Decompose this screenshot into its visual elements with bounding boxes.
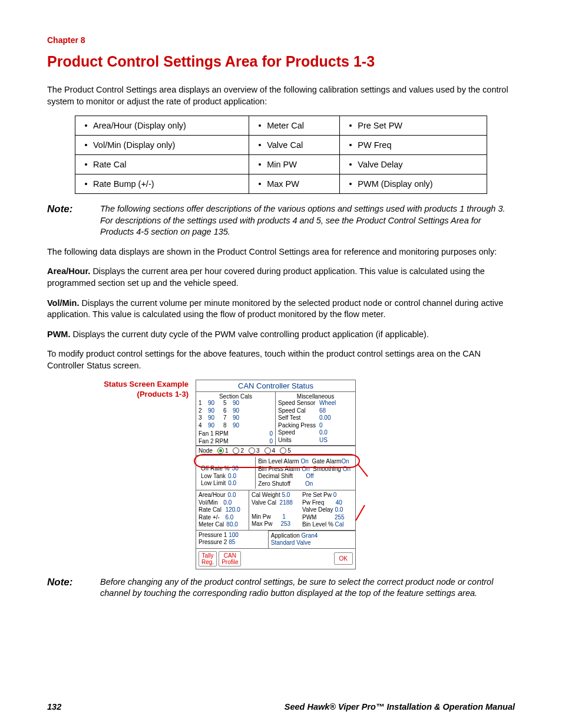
bullet-icon bbox=[85, 144, 87, 146]
kv-k: Pre Set Pw bbox=[302, 492, 332, 498]
node-radio-1[interactable]: 1 bbox=[217, 447, 229, 454]
caption-line-1: Status Screen Example bbox=[104, 380, 189, 388]
misc-v: 68 bbox=[319, 407, 353, 415]
can-profile-button[interactable]: CAN Profile bbox=[219, 551, 241, 566]
chapter-label: Chapter 8 bbox=[47, 35, 515, 45]
valve-label: Standard Valve bbox=[271, 539, 353, 547]
cell: Rate Cal bbox=[93, 160, 126, 169]
bullet-icon bbox=[85, 183, 87, 185]
tally-reg-button[interactable]: Tally Reg. bbox=[199, 551, 217, 566]
cell: Valve Delay bbox=[358, 160, 402, 169]
red-callout-line bbox=[355, 505, 365, 521]
node-radio-4[interactable]: 4 bbox=[265, 447, 276, 454]
cell: Rate Bump (+/-) bbox=[93, 179, 154, 189]
sec-n: 5 bbox=[223, 400, 230, 407]
kv-k: Bin Press Alarm bbox=[258, 466, 300, 472]
sec-n: 8 bbox=[223, 422, 230, 430]
sec-n: 2 bbox=[199, 407, 206, 415]
kv-v: 0.0 bbox=[335, 506, 343, 513]
definition-area-hour: Area/Hour. Displays the current area per… bbox=[47, 266, 515, 289]
kv-v: On bbox=[305, 480, 313, 487]
sec-n: 7 bbox=[223, 414, 230, 422]
kv-v: 255 bbox=[335, 514, 345, 521]
kv-k: Vol/Min bbox=[199, 499, 218, 507]
kv-v: 0.0 bbox=[228, 492, 236, 499]
sec-n: 6 bbox=[223, 407, 230, 415]
bottom-block: Area/Hour 0.0 Vol/Min 0.0 Rate Cal 120.0… bbox=[196, 490, 355, 531]
kv-k: Area/Hour bbox=[199, 492, 226, 499]
node-radio-2[interactable]: 2 bbox=[233, 447, 244, 454]
cell: Min PW bbox=[267, 160, 297, 169]
misc-k: Speed bbox=[278, 429, 319, 437]
bullet-icon bbox=[85, 124, 87, 127]
misc-k: Self Test bbox=[278, 414, 319, 422]
kv-v: 0.0 bbox=[228, 473, 236, 480]
kv-k: Bin Level Alarm bbox=[258, 458, 299, 465]
misc-k: Speed Cal bbox=[278, 407, 319, 415]
bullet-icon bbox=[259, 144, 261, 146]
fan1-label: Fan 1 RPM bbox=[199, 430, 229, 438]
misc-k: Speed Sensor bbox=[278, 400, 319, 407]
sec-v: 90 bbox=[233, 422, 246, 430]
kv-v: 6.0 bbox=[225, 514, 233, 522]
definition-pwm: PWM. Displays the current duty cycle of … bbox=[47, 329, 515, 341]
node-label: Node bbox=[199, 447, 213, 454]
kv-v: 100 bbox=[229, 532, 239, 538]
paragraph: The following data displays are shown in… bbox=[47, 246, 515, 258]
def-text: Displays the current area per hour cover… bbox=[47, 266, 485, 288]
kv-v: 85 bbox=[229, 539, 235, 545]
ok-button[interactable]: OK bbox=[334, 552, 353, 565]
cell: Area/Hour (Display only) bbox=[93, 121, 186, 130]
intro-paragraph: The Product Control Settings area displa… bbox=[47, 84, 515, 107]
kv-v: 253 bbox=[280, 521, 290, 527]
node-radio-3[interactable]: 3 bbox=[249, 447, 260, 454]
kv-k: Low Limit bbox=[201, 480, 226, 487]
cell: Max PW bbox=[267, 179, 299, 189]
cell: PW Freq bbox=[358, 140, 391, 150]
note-label: Note: bbox=[47, 203, 100, 238]
misc-k: Units bbox=[278, 437, 319, 444]
kv-v: 120.0 bbox=[226, 506, 240, 514]
cell: PWM (Display only) bbox=[358, 179, 432, 189]
kv-v: 1 bbox=[282, 513, 286, 520]
kv-k: Meter Cal bbox=[199, 521, 224, 529]
misc-v: US bbox=[319, 437, 353, 444]
cell: Valve Cal bbox=[267, 140, 303, 150]
red-callout-line bbox=[358, 465, 368, 477]
section-cals-grid: 190590 290690 390790 490890 bbox=[199, 400, 273, 429]
footer-title: Seed Hawk® Viper Pro™ Installation & Ope… bbox=[285, 702, 515, 711]
misc-header: Miscellaneous bbox=[276, 392, 355, 400]
screenshot-caption: Status Screen Example (Products 1-3) bbox=[47, 380, 196, 400]
kv-k: Pw Freq bbox=[302, 499, 324, 506]
definition-vol-min: Vol/Min. Displays the current volume per… bbox=[47, 298, 515, 321]
kv-v: Cal bbox=[335, 521, 344, 528]
kv-v: On bbox=[343, 466, 351, 472]
kv-k: Rate +/- bbox=[199, 514, 220, 522]
kv-k: Pressure 2 bbox=[199, 539, 227, 545]
bullet-icon bbox=[349, 183, 352, 185]
sec-n: 4 bbox=[199, 422, 206, 430]
sec-n: 1 bbox=[199, 400, 206, 407]
misc-v: Wheel bbox=[319, 400, 353, 407]
bullet-icon bbox=[259, 163, 261, 166]
kv-k: Rate Cal bbox=[199, 506, 222, 514]
fan1-value: 0 bbox=[269, 430, 273, 438]
def-text: Displays the current duty cycle of the P… bbox=[73, 330, 429, 339]
sec-v: 90 bbox=[208, 407, 221, 415]
sec-v: 90 bbox=[208, 414, 221, 422]
sec-v: 90 bbox=[208, 422, 221, 430]
kv-v: On bbox=[341, 458, 349, 465]
kv-v: 80.0 bbox=[226, 521, 237, 529]
settings-table: Area/Hour (Display only) Meter Cal Pre S… bbox=[75, 116, 487, 194]
mid-right-block: Bin Level Alarm On Gate AlarmOn Bin Pres… bbox=[255, 457, 353, 489]
kv-k: Smoothing bbox=[313, 466, 341, 472]
kv-k: Valve Cal bbox=[252, 499, 276, 506]
mid-left-block: Off Rate % 30 Low Tank 0.0 Low Limit 0.0 bbox=[199, 457, 255, 489]
node-num: 1 bbox=[225, 447, 229, 454]
sec-v: 90 bbox=[233, 407, 246, 415]
can-controller-screenshot[interactable]: CAN Controller Status Section Cals 19059… bbox=[196, 380, 356, 569]
page-heading: Product Control Settings Area for Produc… bbox=[47, 53, 515, 70]
node-radio-5[interactable]: 5 bbox=[280, 447, 291, 454]
kv-v: 0 bbox=[333, 492, 337, 498]
kv-k: Low Tank bbox=[201, 473, 226, 480]
